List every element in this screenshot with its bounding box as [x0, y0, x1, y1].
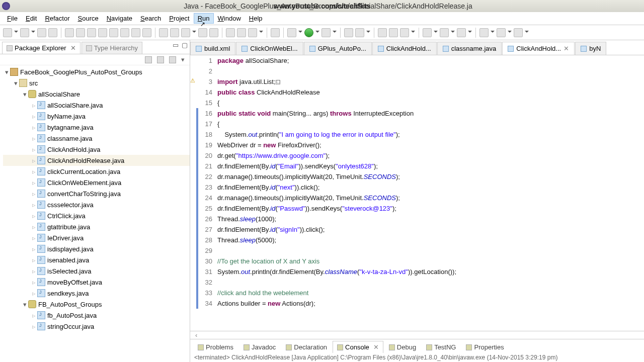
- highlight-button[interactable]: [181, 28, 190, 37]
- open-project-button[interactable]: [378, 28, 387, 37]
- toggle-block-button[interactable]: [170, 28, 179, 37]
- step-over-button[interactable]: [120, 28, 129, 37]
- save-all-button[interactable]: [37, 28, 46, 37]
- tree-twisty-icon[interactable]: [30, 135, 37, 142]
- view-tab-package-explorer[interactable]: Package Explorer✕: [2, 42, 80, 54]
- tree-twisty-icon[interactable]: [30, 168, 37, 175]
- debug-button[interactable]: [287, 28, 296, 37]
- tree-item[interactable]: isSelected.java: [3, 265, 190, 277]
- editor-tab[interactable]: GPlus_AutoPo...: [304, 42, 372, 55]
- close-icon[interactable]: ✕: [564, 45, 569, 52]
- debug-dropdown-icon[interactable]: [298, 28, 302, 37]
- tree-item[interactable]: ClickAndHold.java: [3, 144, 190, 155]
- run-button[interactable]: [304, 28, 313, 37]
- tree-item[interactable]: convertCharToString.java: [3, 188, 190, 199]
- bottom-tab-console[interactable]: Console✕: [333, 341, 383, 353]
- menu-refactor[interactable]: Refactor: [41, 13, 73, 24]
- search-button[interactable]: [248, 28, 257, 37]
- tree-twisty-icon[interactable]: [3, 68, 10, 76]
- run-dropdown-icon[interactable]: [315, 28, 319, 37]
- tree-item[interactable]: fb_AutoPost.java: [3, 310, 190, 321]
- menu-file[interactable]: File: [3, 13, 22, 24]
- back-dropdown-icon[interactable]: [491, 28, 495, 37]
- tree-item[interactable]: src: [3, 77, 190, 88]
- bottom-tab-properties[interactable]: Properties: [461, 341, 508, 353]
- last-edit-button[interactable]: [514, 28, 523, 37]
- code-editor[interactable]: ⚠ 12314151617181920212223242526272829303…: [190, 55, 644, 331]
- editor-tab[interactable]: build.xml: [190, 42, 235, 55]
- editor-tab[interactable]: ClickOnWebEl...: [236, 42, 303, 55]
- skip-breakpoints-button[interactable]: [65, 28, 74, 37]
- forward-button[interactable]: [497, 28, 506, 37]
- new-class-button[interactable]: [355, 28, 364, 37]
- menu-search[interactable]: Search: [136, 13, 165, 24]
- tree-twisty-icon[interactable]: [30, 223, 37, 231]
- view-menu-icon[interactable]: ▾: [181, 56, 185, 63]
- filters-button[interactable]: [169, 56, 176, 63]
- tree-twisty-icon[interactable]: [12, 79, 19, 87]
- close-icon[interactable]: ✕: [373, 343, 379, 351]
- tree-item[interactable]: gtattribute.java: [3, 221, 190, 232]
- tree-twisty-icon[interactable]: [30, 190, 37, 198]
- toggle-mark-button[interactable]: [159, 28, 168, 37]
- tree-twisty-icon[interactable]: [30, 113, 37, 120]
- tree-twisty-icon[interactable]: [30, 124, 37, 131]
- tree-twisty-icon[interactable]: [30, 179, 37, 187]
- open-folder-button[interactable]: [389, 28, 398, 37]
- editor-hscroll[interactable]: ‹: [190, 331, 644, 339]
- forward-dropdown-icon[interactable]: [508, 28, 512, 37]
- menu-edit[interactable]: Edit: [22, 13, 41, 24]
- menu-window[interactable]: Window: [214, 13, 245, 24]
- save-dropdown-icon[interactable]: [31, 28, 35, 37]
- nav-next-dropdown-icon[interactable]: [468, 28, 472, 37]
- tree-item[interactable]: allSocialShare: [3, 88, 190, 100]
- tree-twisty-icon[interactable]: [21, 90, 28, 98]
- tree-twisty-icon[interactable]: [30, 234, 37, 242]
- tree-item[interactable]: CtrlClick.java: [3, 210, 190, 221]
- tree-twisty-icon[interactable]: [30, 157, 37, 164]
- tree-twisty-icon[interactable]: [30, 201, 37, 209]
- code-lines[interactable]: package allSocialShare; import java.util…: [215, 55, 644, 331]
- search-dropdown-icon[interactable]: [259, 28, 263, 37]
- tree-item[interactable]: allSocialShare.java: [3, 100, 190, 111]
- tree-twisty-icon[interactable]: [30, 212, 37, 220]
- tree-twisty-icon[interactable]: [21, 301, 28, 308]
- bottom-tab-javadoc[interactable]: Javadoc: [239, 341, 280, 353]
- tree-item[interactable]: classname.java: [3, 133, 190, 144]
- link-editor-button[interactable]: [157, 56, 164, 63]
- step-return-button[interactable]: [131, 28, 140, 37]
- wizard-button[interactable]: [400, 28, 409, 37]
- tree-twisty-icon[interactable]: [30, 323, 37, 330]
- nav-prev-dropdown-icon[interactable]: [451, 28, 455, 37]
- tree-item[interactable]: sendkeys.java: [3, 288, 190, 299]
- new-class-dropdown-icon[interactable]: [366, 28, 370, 37]
- bottom-tab-declaration[interactable]: Declaration: [281, 341, 332, 353]
- open-type-button[interactable]: [226, 28, 235, 37]
- maximize-view-icon[interactable]: ▢: [182, 41, 188, 49]
- resume-button[interactable]: [76, 28, 85, 37]
- nav-prev-button[interactable]: [440, 28, 449, 37]
- editor-tab[interactable]: classname.java: [437, 42, 502, 55]
- menu-project[interactable]: Project: [165, 13, 193, 24]
- save-button[interactable]: [20, 28, 29, 37]
- drop-frame-button[interactable]: [142, 28, 151, 37]
- tree-twisty-icon[interactable]: [30, 267, 37, 275]
- highlight-dropdown-icon[interactable]: [192, 28, 196, 37]
- print-button[interactable]: [48, 28, 57, 37]
- terminate-button[interactable]: [98, 28, 107, 37]
- show-whitespace-button[interactable]: [209, 28, 218, 37]
- package-tree[interactable]: FaceBook_GooglePlus_AutoPost_Groupssrcal…: [0, 65, 190, 362]
- editor-tab[interactable]: byN: [575, 42, 606, 55]
- tree-item[interactable]: byName.java: [3, 111, 190, 122]
- nav-next-button[interactable]: [457, 28, 466, 37]
- menu-help[interactable]: Help: [245, 13, 267, 24]
- new-package-button[interactable]: [344, 28, 353, 37]
- annotate-button[interactable]: [198, 28, 207, 37]
- new-button[interactable]: [3, 28, 12, 37]
- tree-item[interactable]: moveByOffset.java: [3, 277, 190, 288]
- tree-twisty-icon[interactable]: [30, 312, 37, 319]
- bottom-tab-debug[interactable]: Debug: [384, 341, 421, 353]
- minimize-view-icon[interactable]: ▭: [173, 41, 179, 49]
- tree-item[interactable]: isenabled.java: [3, 254, 190, 265]
- tree-twisty-icon[interactable]: [30, 290, 37, 297]
